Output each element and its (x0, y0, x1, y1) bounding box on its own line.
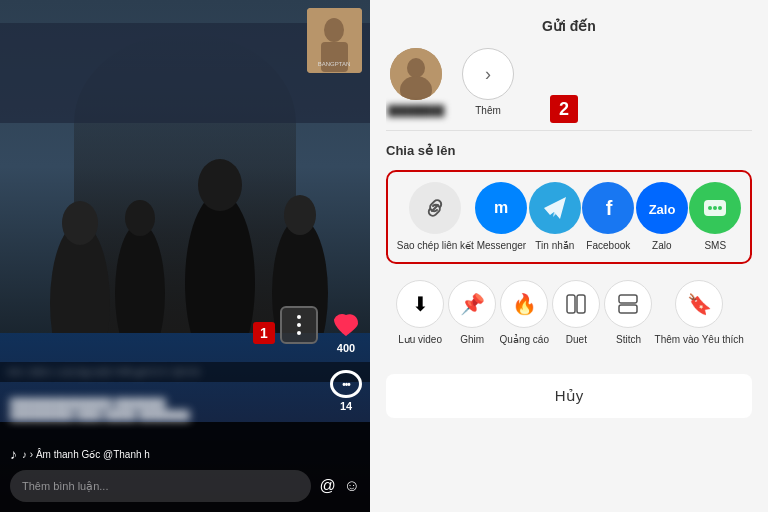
duet-button[interactable]: Duet (550, 280, 602, 346)
more-item[interactable]: › Thêm (458, 48, 518, 116)
svg-rect-26 (577, 295, 585, 313)
sms-label: SMS (704, 240, 726, 252)
emoji-row: @ ☺ (319, 477, 360, 495)
chevron-right-icon: › (485, 64, 491, 85)
svg-point-22 (708, 206, 712, 210)
share-button[interactable] (280, 306, 318, 344)
emoji-icon[interactable]: ☺ (344, 477, 360, 495)
video-bottom-bar: ████████████████ ████████ ██████████ ███… (0, 422, 370, 512)
svg-point-10 (324, 18, 344, 42)
video-caption-text: KAI 그래서 스포크살 보면 마력 날아가기 란이야 (8, 366, 200, 379)
share-facebook[interactable]: f Facebook (582, 182, 634, 252)
music-text: ♪ › Âm thanh Gốc @Thanh h (22, 449, 150, 460)
like-button[interactable]: 400 (330, 308, 362, 354)
comment-input-row: Thêm bình luận... @ ☺ (10, 470, 360, 502)
comment-input[interactable]: Thêm bình luận... (10, 470, 311, 502)
svg-point-4 (185, 193, 255, 333)
duet-icon (552, 280, 600, 328)
svg-point-2 (115, 223, 165, 333)
svg-text:Zalo: Zalo (648, 202, 675, 217)
save-video-button[interactable]: ⬇ Lưu video (394, 280, 446, 346)
send-to-title: Gửi đến (386, 18, 752, 34)
right-action-icons: 400 ••• 14 (330, 308, 362, 412)
dot2 (297, 323, 301, 327)
heart-icon (330, 308, 362, 340)
svg-text:f: f (606, 197, 613, 219)
pin-icon: 📌 (448, 280, 496, 328)
recipient-item[interactable]: ████████ (386, 48, 446, 116)
stitch-icon (604, 280, 652, 328)
sms-icon (689, 182, 741, 234)
dot3 (297, 331, 301, 335)
svg-rect-28 (619, 305, 637, 313)
share-telegram[interactable]: Tin nhắn (529, 182, 581, 252)
annotation-label-1: 1 (253, 322, 275, 344)
svg-point-14 (407, 58, 425, 78)
comment-button[interactable]: ••• 14 (330, 370, 362, 412)
caption-line1: ████████████████ ████████ (10, 398, 166, 408)
svg-point-23 (713, 206, 717, 210)
three-dots-icon (297, 315, 301, 335)
svg-text:m: m (494, 199, 508, 216)
caption-line2: ██████████ ████ █████ ████████ (10, 410, 190, 420)
recipient-name: ████████ (388, 105, 445, 116)
copy-link-icon (409, 182, 461, 234)
stitch-button[interactable]: Stitch (602, 280, 654, 346)
svg-point-3 (125, 200, 155, 236)
duet-label: Duet (566, 334, 587, 346)
comment-placeholder: Thêm bình luận... (22, 480, 109, 493)
share-sheet-panel: Gửi đến ████████ › (370, 0, 768, 512)
cancel-button[interactable]: Hủy (386, 374, 752, 418)
favorite-icon: 🔖 (675, 280, 723, 328)
likes-count: 400 (337, 342, 355, 354)
svg-rect-11 (321, 42, 348, 72)
favorite-label: Thêm vào Yêu thích (655, 334, 744, 346)
share-zalo[interactable]: Zalo Zalo (636, 182, 688, 252)
svg-point-24 (718, 206, 722, 210)
comment-bubble-icon: ••• (330, 370, 362, 398)
facebook-icon: f (582, 182, 634, 234)
music-row: ♪ ♪ › Âm thanh Gốc @Thanh h (10, 446, 360, 462)
share-messenger[interactable]: m Messenger (475, 182, 527, 252)
more-arrow-circle: › (462, 48, 514, 100)
pin-label: Ghim (460, 334, 484, 346)
messenger-label: Messenger (477, 240, 526, 252)
share-on-section: Chia sẻ lên Sao chép liên kết (370, 131, 768, 358)
copy-link-label: Sao chép liên kết (397, 240, 474, 252)
caption-text: ████████████████ ████████ ██████████ ███… (10, 397, 320, 422)
share-sms[interactable]: SMS (689, 182, 741, 252)
annotation-label-2: 2 (550, 95, 578, 123)
zalo-label: Zalo (652, 240, 671, 252)
save-video-icon: ⬇ (396, 280, 444, 328)
save-video-label: Lưu video (398, 334, 442, 346)
dot1 (297, 315, 301, 319)
svg-rect-25 (567, 295, 575, 313)
share-on-title: Chia sẻ lên (386, 143, 752, 158)
avatar-inner (390, 48, 442, 100)
telegram-icon (529, 182, 581, 234)
telegram-label: Tin nhắn (535, 240, 574, 252)
more-label: Thêm (475, 105, 501, 116)
share-copy-link[interactable]: Sao chép liên kết (397, 182, 474, 252)
favorite-button[interactable]: 🔖 Thêm vào Yêu thích (655, 280, 744, 346)
music-note-icon: ♪ (10, 446, 17, 462)
svg-rect-27 (619, 295, 637, 303)
stitch-label: Stitch (616, 334, 641, 346)
second-icons-row: ⬇ Lưu video 📌 Ghim 🔥 Quảng cáo Duet (386, 268, 752, 346)
zalo-icon: Zalo (636, 182, 688, 234)
ads-icon: 🔥 (500, 280, 548, 328)
share-icons-row: Sao chép liên kết m Messenger (396, 182, 742, 252)
at-icon[interactable]: @ (319, 477, 335, 495)
svg-point-7 (284, 195, 316, 235)
video-panel: BANGPTAN KAI 그래서 스포크살 보면 마력 날아가기 란이야 400… (0, 0, 370, 512)
pin-button[interactable]: 📌 Ghim (446, 280, 498, 346)
svg-point-5 (198, 159, 242, 211)
share-icons-highlighted: Sao chép liên kết m Messenger (386, 170, 752, 264)
facebook-label: Facebook (586, 240, 630, 252)
ads-button[interactable]: 🔥 Quảng cáo (498, 280, 550, 346)
svg-marker-17 (544, 197, 566, 219)
top-thumbnail: BANGPTAN (307, 8, 362, 73)
svg-text:BANGPTAN: BANGPTAN (318, 61, 351, 67)
comment-dots: ••• (342, 379, 350, 390)
svg-point-1 (62, 201, 98, 245)
